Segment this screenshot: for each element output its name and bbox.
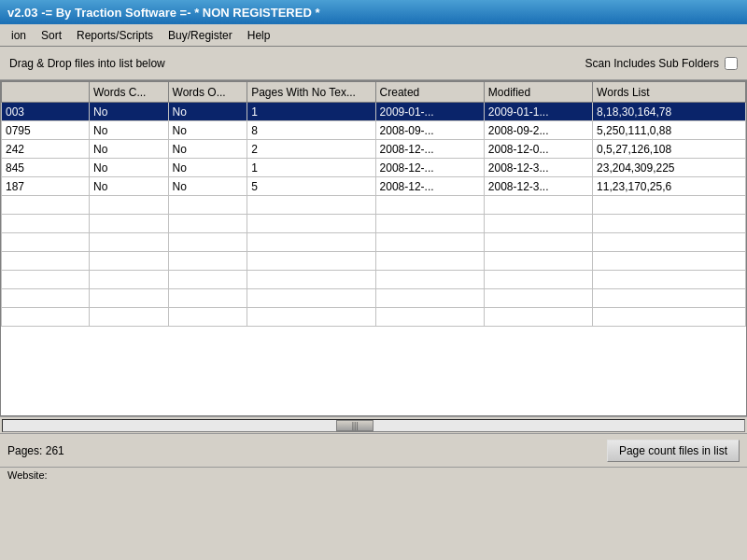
left-col-cell: 187	[2, 177, 90, 196]
table-row[interactable]: NoNo22008-12-...2008-12-0...0,5,27,126,1…	[90, 140, 746, 159]
pages-count: Pages: 261	[7, 444, 64, 457]
col-header-pages[interactable]: Pages With No Tex...	[247, 82, 375, 103]
cell-created	[375, 289, 484, 308]
cell-pages	[247, 196, 375, 215]
cell-wordslist: 11,23,170,25,6	[593, 177, 746, 196]
menu-item-buy[interactable]: Buy/Register	[161, 27, 240, 44]
cell-pages	[247, 252, 375, 271]
scan-checkbox[interactable]	[725, 57, 738, 70]
menu-item-ion[interactable]: ion	[4, 27, 34, 44]
menu-item-help[interactable]: Help	[240, 27, 278, 44]
cell-wordsc: No	[90, 121, 169, 140]
cell-wordslist	[593, 196, 746, 215]
cell-wordso: No	[168, 159, 247, 177]
table-row[interactable]: NoNo52008-12-...2008-12-3...11,23,170,25…	[90, 177, 746, 196]
website-label: Website:	[7, 469, 48, 481]
cell-pages	[247, 289, 375, 308]
left-col-header[interactable]	[2, 82, 90, 103]
cell-modified: 2009-01-1...	[484, 103, 592, 121]
col-header-wordslist[interactable]: Words List	[593, 82, 746, 103]
left-col-cell	[2, 233, 90, 252]
cell-wordsc: No	[90, 159, 169, 177]
table-row[interactable]	[90, 233, 746, 252]
cell-wordslist	[593, 252, 746, 271]
col-header-wordso[interactable]: Words O...	[168, 82, 247, 103]
scan-checkbox-wrapper	[725, 57, 738, 70]
scan-options: Scan Includes Sub Folders	[585, 57, 738, 70]
cell-modified: 2008-12-3...	[484, 177, 592, 196]
table-row[interactable]	[90, 215, 746, 233]
left-col-cell: 845	[2, 159, 90, 177]
cell-modified	[484, 215, 592, 233]
bottom-text: Website:	[0, 467, 747, 485]
cell-created: 2008-12-...	[375, 140, 484, 159]
menu-item-reports[interactable]: Reports/Scripts	[69, 27, 161, 44]
cell-modified	[484, 271, 592, 289]
cell-wordsc	[90, 196, 169, 215]
table-row[interactable]: NoNo12009-01-...2009-01-1...8,18,30,164,…	[90, 103, 746, 121]
table-row[interactable]	[90, 271, 746, 289]
left-column: 0030795242845187	[1, 81, 89, 327]
cell-pages: 1	[247, 159, 375, 177]
table-row[interactable]: NoNo82008-09-...2008-09-2...5,250,111,0,…	[90, 121, 746, 140]
left-col-cell: 242	[2, 140, 90, 159]
cell-wordsc: No	[90, 177, 169, 196]
left-col-cell: 0795	[2, 121, 90, 140]
cell-wordso: No	[168, 177, 247, 196]
scrollbar-track[interactable]: |||	[2, 419, 745, 432]
cell-created: 2009-01-...	[375, 103, 484, 121]
cell-wordslist: 23,204,309,225	[593, 159, 746, 177]
left-col-cell: 003	[2, 103, 90, 121]
cell-wordslist	[593, 308, 746, 327]
menu-item-sort[interactable]: Sort	[34, 27, 69, 44]
cell-wordslist: 0,5,27,126,108	[593, 140, 746, 159]
cell-wordsc	[90, 233, 169, 252]
cell-wordslist	[593, 215, 746, 233]
table-row[interactable]	[90, 308, 746, 327]
cell-pages	[247, 308, 375, 327]
left-col-cell	[2, 308, 90, 327]
scrollbar-thumb[interactable]: |||	[336, 420, 374, 431]
cell-wordso	[168, 196, 247, 215]
left-col-cell	[2, 252, 90, 271]
col-header-modified[interactable]: Modified	[484, 82, 592, 103]
status-bar: Pages: 261 Page count files in list	[0, 433, 747, 467]
cell-modified: 2008-09-2...	[484, 121, 592, 140]
cell-modified	[484, 289, 592, 308]
cell-wordsc: No	[90, 103, 169, 121]
horizontal-scrollbar[interactable]: |||	[0, 416, 747, 433]
cell-wordso	[168, 289, 247, 308]
cell-modified: 2008-12-3...	[484, 159, 592, 177]
toolbar: Drag & Drop files into list below Scan I…	[0, 47, 747, 80]
cell-modified	[484, 308, 592, 327]
cell-wordslist: 8,18,30,164,78	[593, 103, 746, 121]
table-container: 0030795242845187 Words C... Words O... P…	[0, 80, 747, 416]
cell-wordso	[168, 308, 247, 327]
cell-wordsc	[90, 271, 169, 289]
cell-created	[375, 271, 484, 289]
col-header-wordsc[interactable]: Words C...	[90, 82, 169, 103]
left-col-cell	[2, 271, 90, 289]
cell-pages	[247, 215, 375, 233]
cell-created	[375, 308, 484, 327]
cell-pages: 5	[247, 177, 375, 196]
cell-modified	[484, 233, 592, 252]
cell-wordso	[168, 233, 247, 252]
table-row[interactable]: NoNo12008-12-...2008-12-3...23,204,309,2…	[90, 159, 746, 177]
table-row[interactable]	[90, 252, 746, 271]
cell-modified	[484, 196, 592, 215]
col-header-created[interactable]: Created	[375, 82, 484, 103]
table-row[interactable]	[90, 196, 746, 215]
cell-wordso	[168, 215, 247, 233]
table-row[interactable]	[90, 289, 746, 308]
cell-wordso: No	[168, 121, 247, 140]
cell-pages	[247, 233, 375, 252]
menu-bar: ion Sort Reports/Scripts Buy/Register He…	[0, 24, 747, 47]
cell-wordsc	[90, 215, 169, 233]
cell-created	[375, 196, 484, 215]
cell-modified: 2008-12-0...	[484, 140, 592, 159]
scan-label: Scan Includes Sub Folders	[585, 57, 719, 70]
cell-created	[375, 215, 484, 233]
pages-value: ges: 261	[21, 444, 64, 457]
page-count-button[interactable]: Page count files in list	[607, 440, 740, 462]
